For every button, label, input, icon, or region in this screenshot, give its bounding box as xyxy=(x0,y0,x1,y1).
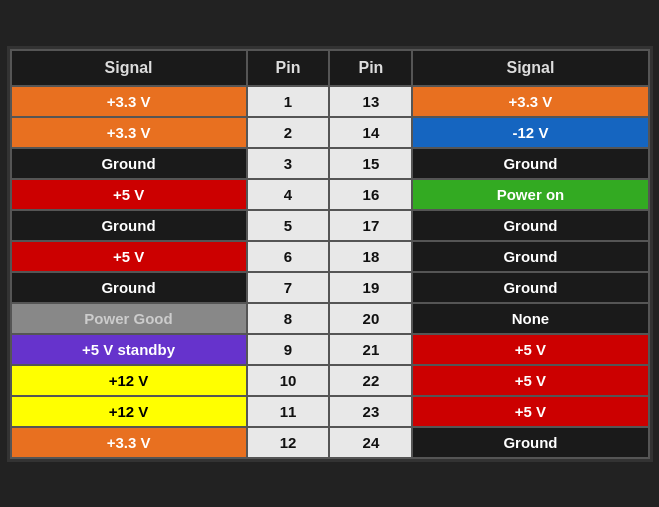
header-pin-left: Pin xyxy=(247,50,330,86)
signal-left: Power Good xyxy=(11,303,247,334)
signal-left: +12 V xyxy=(11,365,247,396)
header-pin-right: Pin xyxy=(329,50,412,86)
pin-left: 10 xyxy=(247,365,330,396)
pin-right: 20 xyxy=(329,303,412,334)
pin-right: 14 xyxy=(329,117,412,148)
pin-right: 15 xyxy=(329,148,412,179)
signal-left: +3.3 V xyxy=(11,86,247,117)
table-row: Ground719Ground xyxy=(11,272,649,303)
table-row: +5 V416Power on xyxy=(11,179,649,210)
pin-right: 23 xyxy=(329,396,412,427)
main-container: Signal Pin Pin Signal +3.3 V113+3.3 V+3.… xyxy=(7,46,653,462)
pin-left: 7 xyxy=(247,272,330,303)
pin-right: 17 xyxy=(329,210,412,241)
table-body: +3.3 V113+3.3 V+3.3 V214-12 VGround315Gr… xyxy=(11,86,649,458)
signal-left: +5 V xyxy=(11,241,247,272)
pin-left: 6 xyxy=(247,241,330,272)
table-row: +3.3 V214-12 V xyxy=(11,117,649,148)
signal-left: Ground xyxy=(11,148,247,179)
signal-right: +5 V xyxy=(412,365,648,396)
signal-right: None xyxy=(412,303,648,334)
table-row: Ground315Ground xyxy=(11,148,649,179)
signal-right: +3.3 V xyxy=(412,86,648,117)
pin-left: 1 xyxy=(247,86,330,117)
pin-left: 12 xyxy=(247,427,330,458)
signal-left: +5 V standby xyxy=(11,334,247,365)
signal-left: +3.3 V xyxy=(11,117,247,148)
signal-left: +12 V xyxy=(11,396,247,427)
pin-left: 8 xyxy=(247,303,330,334)
pin-right: 13 xyxy=(329,86,412,117)
header-row: Signal Pin Pin Signal xyxy=(11,50,649,86)
signal-right: Ground xyxy=(412,241,648,272)
table-row: +12 V1022+5 V xyxy=(11,365,649,396)
signal-right: Ground xyxy=(412,148,648,179)
signal-left: Ground xyxy=(11,272,247,303)
pin-left: 5 xyxy=(247,210,330,241)
header-signal-right: Signal xyxy=(412,50,648,86)
signal-right: +5 V xyxy=(412,396,648,427)
signal-left: +3.3 V xyxy=(11,427,247,458)
pin-left: 3 xyxy=(247,148,330,179)
signal-right: Power on xyxy=(412,179,648,210)
pin-right: 18 xyxy=(329,241,412,272)
table-row: Power Good820None xyxy=(11,303,649,334)
header-signal-left: Signal xyxy=(11,50,247,86)
pin-left: 11 xyxy=(247,396,330,427)
signal-right: +5 V xyxy=(412,334,648,365)
table-row: +5 V618Ground xyxy=(11,241,649,272)
pinout-table: Signal Pin Pin Signal +3.3 V113+3.3 V+3.… xyxy=(10,49,650,459)
pin-right: 22 xyxy=(329,365,412,396)
table-row: Ground517Ground xyxy=(11,210,649,241)
pin-left: 9 xyxy=(247,334,330,365)
pin-right: 21 xyxy=(329,334,412,365)
pin-right: 16 xyxy=(329,179,412,210)
signal-left: Ground xyxy=(11,210,247,241)
signal-right: Ground xyxy=(412,210,648,241)
table-row: +3.3 V1224Ground xyxy=(11,427,649,458)
pin-left: 4 xyxy=(247,179,330,210)
signal-right: -12 V xyxy=(412,117,648,148)
pin-left: 2 xyxy=(247,117,330,148)
table-row: +5 V standby921+5 V xyxy=(11,334,649,365)
pin-right: 19 xyxy=(329,272,412,303)
signal-left: +5 V xyxy=(11,179,247,210)
pin-right: 24 xyxy=(329,427,412,458)
table-row: +3.3 V113+3.3 V xyxy=(11,86,649,117)
signal-right: Ground xyxy=(412,272,648,303)
signal-right: Ground xyxy=(412,427,648,458)
table-row: +12 V1123+5 V xyxy=(11,396,649,427)
